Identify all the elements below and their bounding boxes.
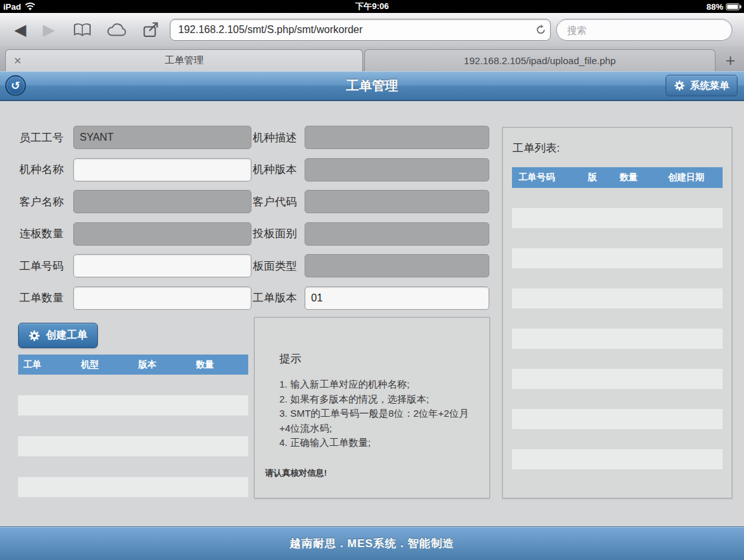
tab-bar: ✕ 工单管理 192.168.2.105/ipad/upload_file.ph…: [0, 47, 744, 71]
workorder-list-panel: 工单列表: 工单号码版数量创建日期: [502, 127, 732, 498]
table-row: [18, 477, 248, 497]
address-bar[interactable]: [170, 19, 551, 41]
tip-line: 3. SMT的工单号码一般是8位：2位年+2位月+4位流水码;: [279, 406, 470, 436]
pending-workorder-table: 工单机型版本数量: [18, 355, 248, 497]
board-type-field: [305, 254, 489, 277]
form-row: 工单号码: [19, 254, 251, 277]
column-header: 数量: [613, 172, 662, 183]
tips-panel: 提示 1. 输入新工单对应的机种名称; 2. 如果有多版本的情况，选择版本; 3…: [254, 317, 490, 498]
column-header: 版: [581, 172, 613, 183]
browser-toolbar: ◀ ▶: [0, 13, 744, 47]
forward-icon: ▶: [43, 22, 54, 38]
workorder-number-field[interactable]: [73, 254, 251, 277]
form-row: 连板数量: [19, 222, 251, 246]
field-label: 机种描述: [253, 130, 305, 145]
footer-text: 越南耐思 . MES系统 . 智能制造: [290, 536, 454, 551]
create-workorder-label: 创建工单: [46, 329, 87, 342]
field-label: 连板数量: [19, 226, 73, 241]
workorder-version-field[interactable]: [305, 286, 489, 310]
bookmarks-icon[interactable]: [73, 23, 92, 37]
form-row: 机种描述: [253, 126, 489, 149]
model-desc-field: [305, 126, 489, 149]
board-side-field: [305, 222, 489, 246]
pending-table-header: 工单机型版本数量: [18, 355, 248, 375]
table-row: [512, 449, 723, 469]
battery-icon: [726, 3, 741, 10]
url-input[interactable]: [170, 19, 550, 40]
back-arrow-icon: ↺: [11, 79, 20, 93]
status-time: 下午9:06: [0, 0, 744, 13]
form-row: 工单数量: [19, 286, 251, 310]
table-row: [512, 248, 723, 268]
table-row: [18, 436, 248, 456]
table-row: [18, 395, 248, 415]
page-title: 工单管理: [0, 71, 744, 100]
table-row: [512, 409, 723, 429]
form-column-left: 员工工号机种名称客户名称连板数量工单号码工单数量: [19, 126, 251, 318]
search-bar[interactable]: [556, 19, 732, 41]
tab-label: 工单管理: [165, 54, 203, 67]
tab-upload-file[interactable]: 192.168.2.105/ipad/upload_file.php: [364, 49, 715, 71]
footer-bar: 越南耐思 . MES系统 . 智能制造: [0, 526, 744, 560]
panel-count-field: [73, 222, 251, 246]
form-column-right: 机种描述机种版本客户代码投板面别板面类型工单版本: [253, 126, 489, 318]
field-label: 机种版本: [253, 162, 305, 177]
workorder-list-rows: [503, 208, 732, 469]
model-version-field: [305, 158, 489, 181]
pending-table-rows: [18, 395, 248, 497]
search-input[interactable]: [557, 19, 732, 40]
column-header: 机型: [76, 359, 134, 371]
gear-icon: [29, 330, 40, 342]
field-label: 机种名称: [19, 162, 73, 177]
tip-line: 1. 输入新工单对应的机种名称;: [279, 377, 470, 392]
field-label: 工单号码: [19, 259, 73, 274]
reload-icon[interactable]: [535, 25, 546, 36]
tips-warning: 请认真核对信息!: [265, 467, 489, 479]
status-bar: iPad 下午9:06 88%: [0, 0, 744, 13]
system-menu-button[interactable]: 系统菜单: [666, 75, 738, 97]
model-name-field[interactable]: [73, 158, 251, 181]
table-row: [512, 208, 723, 228]
system-menu-label: 系统菜单: [690, 80, 729, 92]
column-header: 版本: [134, 359, 191, 371]
workorder-list-title: 工单列表:: [513, 141, 732, 156]
field-label: 工单数量: [19, 290, 73, 305]
ipad-safari-screen: { "status_bar": { "device_label": "iPad"…: [0, 0, 744, 560]
tip-line: 2. 如果有多版本的情况，选择版本;: [279, 392, 470, 407]
form-row: 客户名称: [19, 190, 251, 213]
form-row: 机种名称: [19, 158, 251, 181]
create-workorder-button[interactable]: 创建工单: [18, 323, 98, 348]
battery-percent: 88%: [706, 2, 723, 12]
form-row: 板面类型: [253, 254, 489, 277]
form-row: 机种版本: [253, 158, 489, 181]
column-header: 创建日期: [662, 172, 723, 183]
customer-name-field: [73, 190, 251, 213]
field-label: 工单版本: [253, 290, 305, 305]
tab-label: 192.168.2.105/ipad/upload_file.php: [464, 55, 616, 66]
back-button[interactable]: ↺: [5, 75, 26, 96]
column-header: 数量: [191, 359, 248, 371]
form-row: 客户代码: [253, 190, 489, 213]
form-row: 员工工号: [19, 126, 251, 149]
main-content: 员工工号机种名称客户名称连板数量工单号码工单数量 机种描述机种版本客户代码投板面…: [0, 101, 744, 526]
table-row: [512, 369, 723, 389]
column-header: 工单号码: [512, 172, 581, 183]
tip-line: 4. 正确输入工单数量;: [279, 436, 470, 450]
share-icon[interactable]: [143, 21, 160, 38]
table-row: [512, 288, 723, 309]
tips-list: 1. 输入新工单对应的机种名称; 2. 如果有多版本的情况，选择版本; 3. S…: [279, 377, 470, 450]
close-tab-icon[interactable]: ✕: [14, 55, 22, 67]
tab-workorder[interactable]: ✕ 工单管理: [5, 49, 363, 71]
gear-icon: [674, 80, 685, 91]
field-label: 客户名称: [19, 194, 73, 209]
column-header: 工单: [18, 359, 76, 371]
cloud-icon[interactable]: [106, 23, 128, 37]
field-label: 客户代码: [253, 194, 305, 209]
workorder-list-header: 工单号码版数量创建日期: [512, 167, 723, 188]
workorder-qty-field[interactable]: [73, 286, 251, 310]
customer-code-field: [305, 190, 489, 213]
back-icon[interactable]: ◀: [14, 22, 26, 38]
new-tab-button[interactable]: +: [718, 49, 743, 71]
field-label: 员工工号: [19, 130, 73, 145]
field-label: 投板面别: [253, 226, 305, 241]
